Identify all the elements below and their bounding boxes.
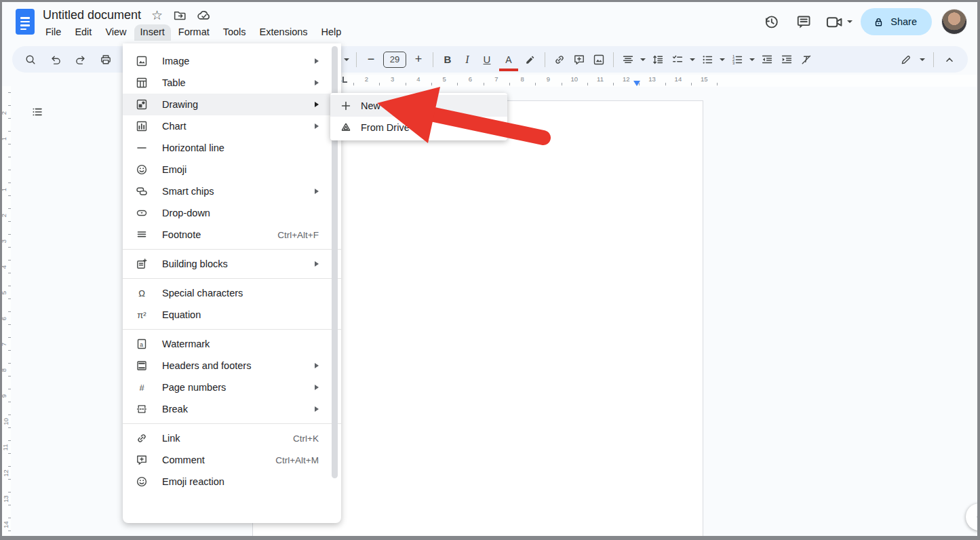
add-comment-icon[interactable]	[572, 51, 587, 69]
menubar-tools[interactable]: Tools	[217, 24, 252, 41]
google-docs-logo-icon[interactable]	[16, 9, 35, 35]
checklist-icon[interactable]	[670, 51, 685, 69]
bulleted-list-caret-icon[interactable]	[720, 58, 725, 61]
meet-video-icon[interactable]	[823, 8, 846, 35]
menubar: FileEditViewInsertFormatToolsExtensionsH…	[39, 24, 347, 41]
move-to-folder-icon[interactable]	[173, 9, 187, 22]
ruler-tick	[8, 105, 11, 106]
editing-mode-pencil-icon[interactable]	[899, 51, 914, 69]
menu-item-footnote[interactable]: FootnoteCtrl+Alt+F	[123, 224, 341, 246]
menubar-extensions[interactable]: Extensions	[254, 24, 314, 41]
ruler-tick	[8, 208, 11, 209]
left-margin-marker[interactable]	[342, 77, 347, 83]
insert-image-icon[interactable]	[591, 51, 606, 69]
ruler-number: 9	[0, 394, 7, 398]
menu-item-link[interactable]: LinkCtrl+K	[123, 427, 341, 449]
emoji-reaction-icon	[136, 476, 148, 488]
numbered-list-caret-icon[interactable]	[749, 58, 755, 61]
submenu-arrow-icon	[315, 102, 319, 107]
menubar-view[interactable]: View	[99, 24, 132, 41]
ruler-number: 5	[0, 291, 7, 294]
submenu-item-new[interactable]: New	[330, 95, 507, 117]
font-size-input[interactable]: 29	[383, 52, 406, 68]
menu-item-break[interactable]: Break	[123, 398, 341, 420]
checklist-caret-icon[interactable]	[690, 58, 695, 61]
font-dropdown-caret-icon[interactable]	[344, 58, 349, 61]
menu-item-headers-and-footers[interactable]: Headers and footers	[123, 355, 341, 377]
bold-button[interactable]: B	[440, 51, 455, 69]
side-panel-collapse-button[interactable]	[966, 503, 980, 531]
text-color-button[interactable]: A	[499, 51, 518, 69]
undo-icon[interactable]	[48, 51, 63, 69]
menu-item-chart[interactable]: Chart	[123, 115, 341, 137]
align-caret-icon[interactable]	[640, 58, 646, 61]
vertical-ruler[interactable]: 211234567891011121314	[2, 86, 11, 536]
decrease-font-size-button[interactable]: −	[364, 51, 378, 69]
menu-item-label: Horizontal line	[162, 142, 319, 153]
menu-item-image[interactable]: Image	[123, 50, 341, 72]
increase-indent-icon[interactable]	[779, 51, 794, 69]
menubar-help[interactable]: Help	[315, 24, 348, 41]
menu-item-watermark[interactable]: aWatermark	[123, 333, 341, 355]
menu-item-label: Link	[162, 433, 293, 444]
menu-item-emoji-reaction[interactable]: Emoji reaction	[123, 471, 341, 493]
submenu-arrow-icon	[315, 80, 319, 85]
menubar-format[interactable]: Format	[172, 24, 216, 41]
menubar-file[interactable]: File	[39, 24, 67, 41]
align-icon[interactable]	[621, 51, 635, 69]
search-icon[interactable]	[23, 51, 38, 69]
ruler-tick	[8, 479, 11, 480]
meet-dropdown-caret-icon[interactable]	[847, 20, 852, 23]
submenu-item-from-drive[interactable]: From Drive	[330, 117, 507, 138]
account-avatar[interactable]	[941, 9, 967, 35]
bulleted-list-icon[interactable]	[700, 51, 715, 69]
ruler-tick	[8, 414, 11, 415]
menu-item-drawing[interactable]: Drawing	[123, 94, 341, 115]
increase-font-size-button[interactable]: +	[411, 51, 426, 69]
menu-item-special-characters[interactable]: ΩSpecial characters	[123, 282, 341, 304]
show-outline-icon[interactable]	[28, 103, 46, 121]
ruler-tick	[8, 376, 11, 377]
menu-item-comment[interactable]: CommentCtrl+Alt+M	[123, 449, 341, 471]
ruler-tick	[8, 298, 11, 299]
submenu-arrow-icon	[315, 406, 319, 412]
numbered-list-icon[interactable]: 123	[730, 51, 745, 69]
menubar-edit[interactable]: Edit	[68, 24, 98, 41]
editing-mode-caret-icon[interactable]	[920, 58, 925, 61]
submenu-arrow-icon	[315, 58, 319, 64]
share-button[interactable]: Share	[861, 8, 932, 35]
menubar-insert[interactable]: Insert	[134, 24, 171, 41]
submenu-arrow-icon	[315, 123, 319, 129]
highlight-color-icon[interactable]	[523, 51, 538, 69]
ruler-tick	[8, 492, 11, 493]
menu-item-emoji[interactable]: Emoji	[123, 159, 341, 180]
ruler-number: 12	[2, 469, 9, 477]
hide-menus-chevron-icon[interactable]	[942, 51, 957, 69]
dropdown-icon	[136, 207, 148, 219]
italic-button[interactable]: I	[460, 51, 475, 69]
version-history-icon[interactable]	[758, 8, 785, 35]
underline-button[interactable]: U	[479, 51, 494, 69]
menu-item-horizontal-line[interactable]: Horizontal line	[123, 137, 341, 159]
ruler-number: 1	[0, 188, 7, 191]
menu-item-page-numbers[interactable]: #Page numbers	[123, 377, 341, 398]
menu-item-building-blocks[interactable]: Building blocks	[123, 253, 341, 275]
menu-item-equation[interactable]: π²Equation	[123, 304, 341, 326]
decrease-indent-icon[interactable]	[760, 51, 775, 69]
star-icon[interactable]: ☆	[151, 7, 163, 23]
menu-item-smart-chips[interactable]: Smart chips	[123, 180, 341, 202]
clear-formatting-icon[interactable]	[799, 51, 814, 69]
menu-item-table[interactable]: Table	[123, 72, 341, 94]
comments-icon[interactable]	[790, 8, 817, 35]
menu-item-label: Table	[162, 77, 309, 88]
cloud-saved-icon[interactable]	[197, 8, 211, 22]
redo-icon[interactable]	[73, 51, 88, 69]
insert-link-icon[interactable]	[552, 51, 567, 69]
ruler-number: 3	[0, 239, 7, 243]
ruler-number: 8	[0, 368, 7, 372]
print-icon[interactable]	[98, 51, 113, 69]
line-spacing-icon[interactable]	[650, 51, 665, 69]
special-characters-icon: Ω	[136, 287, 148, 299]
menu-item-drop-down[interactable]: Drop-down	[123, 202, 341, 224]
document-title[interactable]: Untitled document	[43, 8, 141, 22]
